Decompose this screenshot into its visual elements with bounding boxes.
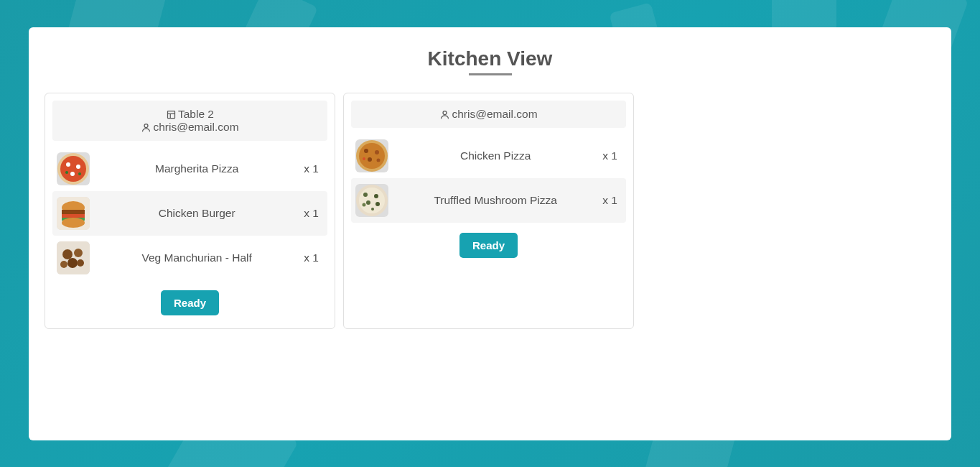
svg-point-7	[76, 165, 80, 169]
order-item: Margherita Pizza x 1	[52, 147, 327, 191]
order-item: Chicken Pizza x 1	[351, 134, 626, 178]
item-name: Chicken Pizza	[396, 149, 595, 162]
svg-point-20	[67, 258, 78, 268]
ready-button[interactable]: Ready	[459, 233, 518, 258]
svg-point-25	[359, 143, 385, 169]
order-table-line: Table 2	[61, 108, 319, 121]
svg-point-27	[375, 150, 379, 154]
order-header: Table 2 chris@email.com	[52, 101, 327, 141]
item-quantity: x 1	[304, 207, 323, 220]
order-customer-line: chris@email.com	[61, 121, 319, 134]
title-underline	[469, 73, 512, 75]
table-icon	[166, 109, 177, 120]
item-quantity: x 1	[304, 162, 323, 175]
svg-rect-17	[57, 241, 90, 274]
svg-point-9	[65, 171, 68, 174]
svg-point-16	[62, 218, 85, 228]
svg-rect-14	[62, 214, 85, 218]
order-header: chris@email.com	[351, 101, 626, 128]
svg-point-26	[364, 149, 368, 153]
order-customer-label: chris@email.com	[452, 108, 537, 121]
user-icon	[141, 122, 151, 133]
orders-grid: Table 2 chris@email.com Margherita Pizza…	[45, 93, 935, 329]
order-customer-line: chris@email.com	[360, 108, 617, 121]
svg-point-30	[363, 157, 365, 160]
svg-point-29	[377, 159, 381, 162]
svg-point-22	[60, 261, 67, 268]
order-customer-label: chris@email.com	[153, 121, 238, 134]
food-image	[57, 197, 90, 230]
ready-button[interactable]: Ready	[161, 290, 219, 315]
svg-point-6	[66, 162, 70, 167]
svg-point-37	[363, 203, 366, 207]
page-title: Kitchen View	[45, 47, 935, 70]
item-quantity: x 1	[304, 251, 323, 264]
food-image	[355, 184, 388, 217]
food-image	[57, 241, 90, 274]
svg-point-28	[368, 157, 372, 162]
svg-point-33	[363, 193, 368, 197]
svg-point-38	[371, 208, 374, 211]
svg-point-5	[60, 156, 86, 182]
item-name: Chicken Burger	[97, 207, 297, 220]
svg-point-8	[70, 172, 75, 176]
order-item: Chicken Burger x 1	[52, 191, 327, 236]
order-card: Table 2 chris@email.com Margherita Pizza…	[45, 93, 335, 329]
svg-point-35	[366, 200, 370, 205]
svg-point-34	[374, 194, 378, 198]
svg-point-23	[443, 111, 447, 114]
food-image	[57, 152, 90, 185]
svg-point-36	[375, 202, 380, 206]
item-quantity: x 1	[602, 149, 622, 162]
item-name: Margherita Pizza	[97, 162, 297, 175]
item-quantity: x 1	[602, 194, 622, 207]
svg-point-21	[77, 259, 84, 267]
svg-point-3	[144, 124, 148, 127]
svg-point-18	[62, 249, 73, 259]
item-name: Veg Manchurian - Half	[97, 251, 297, 264]
order-card: chris@email.com Chicken Pizza x 1 Truffl…	[343, 93, 634, 329]
item-name: Truffled Mushroom Pizza	[396, 194, 595, 207]
food-image	[355, 139, 388, 172]
user-icon	[439, 109, 450, 120]
main-panel: Kitchen View Table 2 chris@email.com Mar…	[29, 27, 951, 440]
order-table-label: Table 2	[178, 108, 214, 121]
svg-point-19	[74, 249, 83, 257]
order-item: Truffled Mushroom Pizza x 1	[351, 178, 626, 223]
svg-rect-0	[168, 111, 175, 118]
svg-point-10	[78, 172, 81, 175]
svg-rect-13	[62, 210, 85, 214]
order-item: Veg Manchurian - Half x 1	[52, 236, 327, 280]
